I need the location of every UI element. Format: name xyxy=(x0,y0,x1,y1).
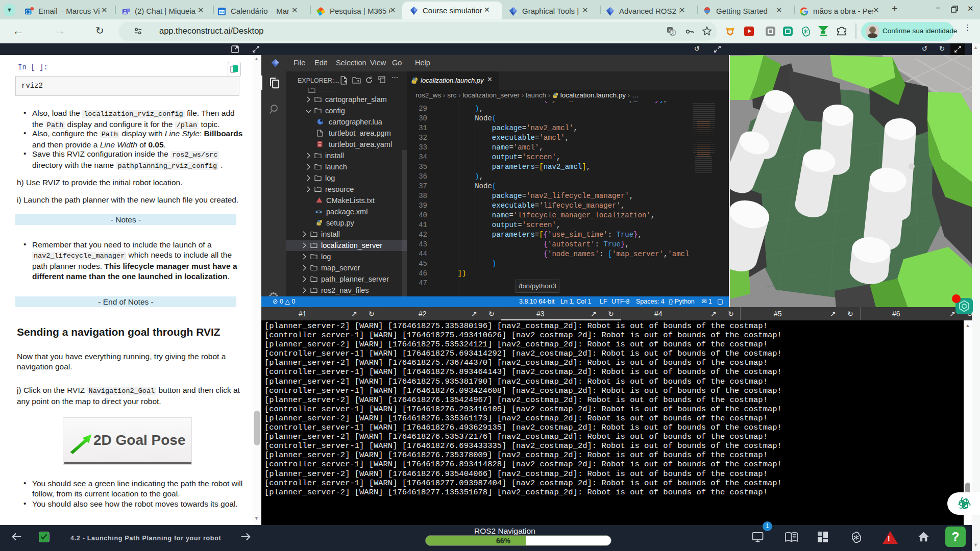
svg-text:文: 文 xyxy=(671,31,675,35)
